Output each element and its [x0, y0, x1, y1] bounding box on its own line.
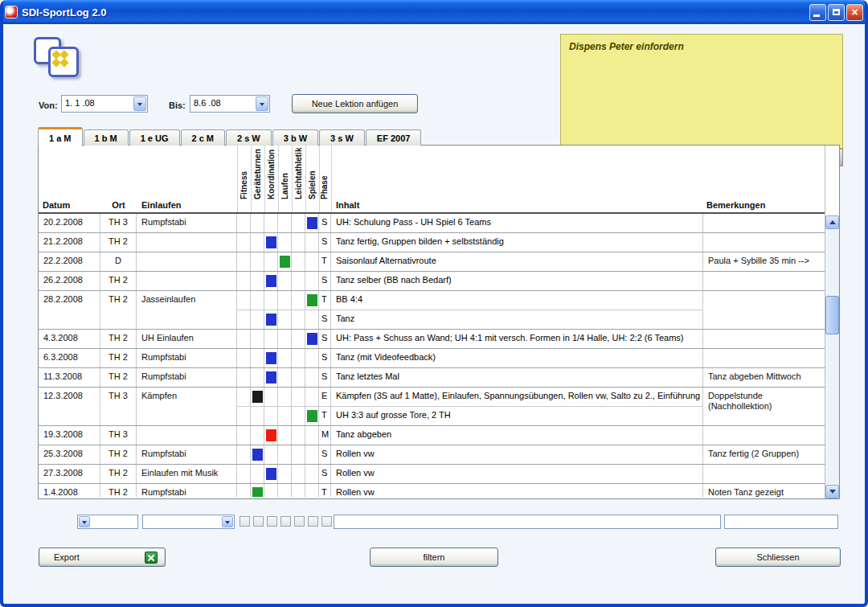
sport-cell	[251, 388, 264, 406]
bis-date-select[interactable]: 8.6 .08	[190, 95, 270, 113]
cell-phase: S	[319, 272, 331, 290]
sport-cell	[264, 407, 278, 425]
bis-date-value: 8.6 .08	[190, 96, 255, 112]
footer-large-select-arrow-icon[interactable]	[222, 516, 233, 527]
cell-bemerkung	[703, 214, 825, 232]
sport-cell	[292, 465, 305, 483]
tab-3-s-w[interactable]: 3 s W	[319, 129, 365, 146]
cell-ort: TH 2	[100, 484, 137, 497]
cell-phase: S	[319, 214, 331, 232]
table-row[interactable]: 6.3.2008TH 2RumpfstabiSTanz (mit Videofe…	[39, 349, 825, 368]
sport-cell	[264, 214, 278, 232]
inhalt-filter-input[interactable]	[334, 515, 721, 529]
sport-cell	[305, 330, 319, 348]
table-row[interactable]: 22.2.2008DTSaisonlauf AlternativroutePau…	[39, 252, 825, 272]
sport-filter-checkbox[interactable]	[308, 516, 318, 527]
table-row[interactable]: 20.2.2008TH 3RumpfstabiSUH: Schulung Pas…	[39, 214, 825, 233]
sport-cell	[264, 388, 278, 406]
cell-inhalt: Tanz (mit Videofeedback)	[331, 349, 703, 367]
minimize-button[interactable]	[809, 4, 826, 21]
table-row[interactable]: 11.3.2008TH 2RumpfstabiSTanz letztes Mal…	[39, 368, 825, 388]
sport-cell	[251, 291, 264, 310]
sport-cell	[264, 349, 278, 367]
bis-dropdown-arrow-icon[interactable]	[256, 96, 268, 111]
table-row[interactable]: 27.3.2008TH 2Einlaufen mit MusikSRollen …	[39, 465, 825, 484]
bemerkungen-filter-input[interactable]	[724, 515, 838, 529]
tab-3-b-w[interactable]: 3 b W	[272, 129, 318, 146]
vertical-scrollbar[interactable]	[825, 146, 839, 498]
cell-datum: 26.2.2008	[39, 272, 100, 290]
export-button[interactable]: Export	[39, 548, 166, 567]
sport-filter-checkbox[interactable]	[240, 516, 250, 527]
sport-filter-checkbox[interactable]	[280, 516, 291, 527]
cell-bemerkung	[703, 330, 825, 348]
header-column-separator	[237, 146, 238, 212]
cell-bemerkung	[703, 426, 825, 445]
titlebar[interactable]: SDI-SportLog 2.0 ×	[0, 0, 868, 24]
tab-2-s-w[interactable]: 2 s W	[226, 129, 272, 146]
cell-inhalt: UH: Schulung Pass - UH Spiel 6 Teams	[331, 214, 703, 232]
filter-button[interactable]: filtern	[370, 548, 498, 567]
von-dropdown-arrow-icon[interactable]	[133, 96, 146, 111]
cell-einlaufen	[137, 252, 237, 271]
phase-filter-checkbox[interactable]	[321, 516, 332, 527]
footer-small-select-arrow-icon[interactable]	[79, 516, 90, 527]
sport-cell	[251, 407, 264, 425]
table-row-line: SRollen vw	[237, 445, 703, 464]
footer-large-select[interactable]	[142, 515, 235, 529]
tab-1-b-m[interactable]: 1 b M	[84, 129, 129, 146]
table-row[interactable]: 25.3.2008TH 2RumpfstabiSRollen vwTanz fe…	[39, 445, 825, 465]
col-header-ort: Ort	[100, 200, 137, 210]
sport-cell	[278, 484, 292, 497]
sport-cell	[278, 388, 292, 406]
tab-2-c-m[interactable]: 2 c M	[181, 129, 226, 146]
cell-datum: 1.4.2008	[39, 484, 100, 497]
tab-1-a-m[interactable]: 1 a M	[38, 127, 83, 146]
cell-datum: 20.2.2008	[39, 214, 100, 232]
cell-einlaufen: Jasseinlaufen	[137, 291, 237, 329]
new-lesson-button[interactable]: Neue Lektion anfügen	[292, 94, 418, 113]
sport-cell	[251, 272, 264, 290]
sport-cell	[251, 445, 264, 464]
sport-cell	[251, 349, 264, 367]
scrollbar-thumb[interactable]	[825, 296, 839, 334]
table-row[interactable]: 21.2.2008TH 2STanz fertig, Gruppen bilde…	[39, 233, 825, 252]
sport-filter-checkbox[interactable]	[267, 516, 277, 527]
notes-panel[interactable]: Dispens Peter einfordern	[560, 34, 843, 149]
class-tabs: 1 a M1 b M1 e UG2 c M2 s W3 b W3 s WEF 2…	[38, 126, 422, 146]
app-logo	[34, 37, 84, 80]
sport-marker	[266, 314, 276, 326]
cell-einlaufen: Rumpfstabi	[137, 214, 237, 232]
cell-bemerkung	[703, 272, 825, 290]
sport-cell	[305, 368, 319, 387]
sport-cell	[278, 330, 292, 348]
table-row[interactable]: 19.3.2008TH 3MTanz abgeben	[39, 426, 825, 445]
sport-cell	[278, 214, 292, 232]
table-row[interactable]: 28.2.2008TH 2JasseinlaufenTBB 4:4STanz	[39, 291, 825, 330]
table-row[interactable]: 12.3.2008TH 3KämpfenEKämpfen (3S auf 1 M…	[39, 388, 825, 426]
sport-cell	[305, 484, 319, 497]
sport-cell	[292, 388, 305, 406]
maximize-icon	[833, 9, 840, 15]
table-row[interactable]: 4.3.2008TH 2UH EinlaufenSUH: Pass + Schu…	[39, 330, 825, 349]
scroll-down-icon[interactable]	[825, 485, 839, 498]
table-row[interactable]: 1.4.2008TH 2RumpfstabiTRollen vwNoten Ta…	[39, 484, 825, 497]
sport-filter-checkbox[interactable]	[294, 516, 305, 527]
footer-small-select[interactable]	[77, 515, 138, 529]
cell-bemerkung	[703, 465, 825, 483]
scroll-up-icon[interactable]	[825, 215, 839, 229]
close-window-button[interactable]: ×	[846, 4, 863, 21]
cell-datum: 6.3.2008	[39, 349, 100, 367]
sport-filter-checkbox[interactable]	[253, 516, 264, 527]
schliessen-button[interactable]: Schliessen	[715, 548, 841, 567]
col-header-einlaufen: Einlaufen	[141, 200, 182, 210]
cell-ort: D	[100, 252, 137, 271]
tab-1-e-ug[interactable]: 1 e UG	[129, 129, 180, 146]
tab-ef-2007[interactable]: EF 2007	[366, 129, 422, 146]
table-row[interactable]: 26.2.2008TH 2STanz selber (BB nach Bedar…	[39, 272, 825, 291]
sport-marker	[252, 391, 263, 403]
sport-cell	[305, 465, 319, 483]
maximize-button[interactable]	[828, 4, 845, 21]
von-date-select[interactable]: 1. 1 .08	[61, 95, 148, 113]
sport-cell	[305, 214, 319, 232]
